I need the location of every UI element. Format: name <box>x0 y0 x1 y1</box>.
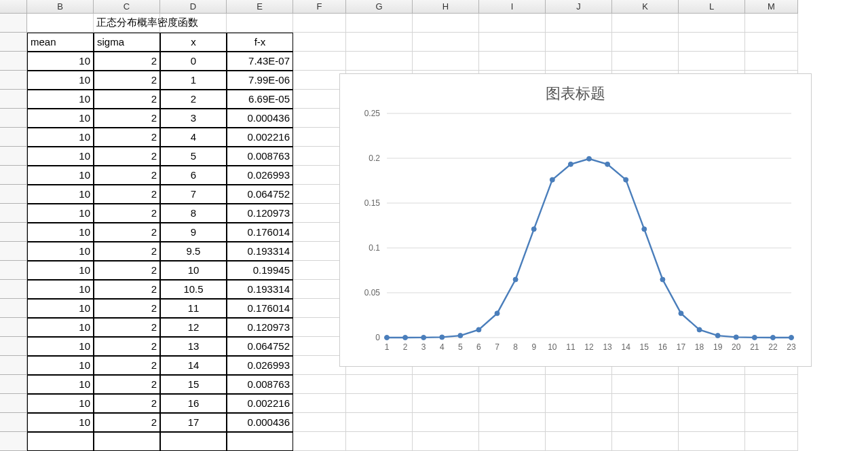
cell[interactable]: 0.008763 <box>227 147 293 166</box>
cell[interactable] <box>612 52 679 71</box>
cell[interactable] <box>413 375 479 394</box>
cell[interactable] <box>546 52 612 71</box>
cell[interactable] <box>479 33 546 52</box>
cell[interactable]: 正态分布概率密度函数 <box>94 14 160 33</box>
cell[interactable]: 2 <box>94 242 160 261</box>
col-head-E[interactable]: E <box>227 0 293 14</box>
cell[interactable] <box>346 14 413 33</box>
cell[interactable] <box>745 375 798 394</box>
cell[interactable] <box>612 33 679 52</box>
cell[interactable] <box>546 432 612 451</box>
cell[interactable]: 6.69E-05 <box>227 90 293 109</box>
cell[interactable]: 15 <box>160 375 227 394</box>
cell[interactable]: 10 <box>27 204 94 223</box>
cell[interactable]: 0.002216 <box>227 394 293 413</box>
cell[interactable] <box>612 375 679 394</box>
col-head-F[interactable]: F <box>293 0 346 14</box>
cell[interactable] <box>479 375 546 394</box>
cell[interactable]: 10 <box>27 147 94 166</box>
cell[interactable]: 4 <box>160 128 227 147</box>
cell[interactable] <box>346 394 413 413</box>
cell[interactable]: 8 <box>160 204 227 223</box>
cell[interactable]: 10 <box>27 318 94 337</box>
cell[interactable] <box>679 375 745 394</box>
cell[interactable]: 10 <box>160 261 227 280</box>
cell[interactable]: 2 <box>94 299 160 318</box>
col-head-D[interactable]: D <box>160 0 227 14</box>
cell[interactable]: 10 <box>27 71 94 90</box>
cell[interactable]: 6 <box>160 166 227 185</box>
cell[interactable]: 2 <box>94 394 160 413</box>
cell[interactable]: 12 <box>160 318 227 337</box>
cell[interactable]: 10 <box>27 52 94 71</box>
cell[interactable]: 2 <box>94 318 160 337</box>
cell[interactable] <box>479 394 546 413</box>
cell[interactable] <box>745 413 798 432</box>
cell[interactable]: 2 <box>94 413 160 432</box>
cell[interactable]: 17 <box>160 413 227 432</box>
cell[interactable]: 0.120973 <box>227 204 293 223</box>
cell[interactable]: 10.5 <box>160 280 227 299</box>
cell[interactable] <box>94 432 160 451</box>
cell[interactable] <box>346 375 413 394</box>
cell[interactable]: 10 <box>27 413 94 432</box>
cell[interactable] <box>293 261 346 280</box>
cell[interactable]: 2 <box>94 185 160 204</box>
cell[interactable] <box>293 318 346 337</box>
cell[interactable] <box>293 90 346 109</box>
cell[interactable]: 2 <box>94 223 160 242</box>
cell[interactable]: sigma <box>94 33 160 52</box>
cell[interactable]: 9.5 <box>160 242 227 261</box>
cell[interactable] <box>413 14 479 33</box>
col-head-B[interactable]: B <box>27 0 94 14</box>
cell[interactable] <box>679 33 745 52</box>
col-head-K[interactable]: K <box>612 0 679 14</box>
cell[interactable]: 2 <box>94 109 160 128</box>
cell[interactable] <box>346 413 413 432</box>
cell[interactable] <box>679 413 745 432</box>
cell[interactable]: 10 <box>27 375 94 394</box>
cell[interactable]: 10 <box>27 299 94 318</box>
cell[interactable]: 11 <box>160 299 227 318</box>
cell[interactable] <box>293 147 346 166</box>
cell[interactable] <box>413 432 479 451</box>
cell[interactable] <box>346 52 413 71</box>
cell[interactable] <box>479 14 546 33</box>
col-head-M[interactable]: M <box>745 0 798 14</box>
cell[interactable] <box>546 14 612 33</box>
cell[interactable] <box>679 52 745 71</box>
cell[interactable]: 14 <box>160 356 227 375</box>
cell[interactable] <box>745 52 798 71</box>
cell[interactable] <box>679 394 745 413</box>
cell[interactable]: 2 <box>94 90 160 109</box>
cell[interactable] <box>679 432 745 451</box>
cell[interactable] <box>293 128 346 147</box>
cell[interactable]: 0.002216 <box>227 128 293 147</box>
cell[interactable]: 9 <box>160 223 227 242</box>
col-head-J[interactable]: J <box>546 0 612 14</box>
col-head-H[interactable]: H <box>413 0 479 14</box>
cell[interactable] <box>413 413 479 432</box>
cell[interactable]: 2 <box>94 356 160 375</box>
cell[interactable]: 10 <box>27 109 94 128</box>
cell[interactable] <box>413 52 479 71</box>
cell[interactable] <box>546 33 612 52</box>
cell[interactable] <box>679 14 745 33</box>
cell[interactable] <box>546 375 612 394</box>
cell[interactable]: 0.19945 <box>227 261 293 280</box>
cell[interactable] <box>293 223 346 242</box>
cell[interactable] <box>346 432 413 451</box>
cell[interactable]: 2 <box>94 52 160 71</box>
col-head-I[interactable]: I <box>479 0 546 14</box>
cell[interactable] <box>479 432 546 451</box>
cell[interactable] <box>546 394 612 413</box>
cell[interactable]: 2 <box>94 147 160 166</box>
cell[interactable]: 2 <box>94 375 160 394</box>
cell[interactable] <box>293 185 346 204</box>
col-head-C[interactable]: C <box>94 0 160 14</box>
cell[interactable] <box>413 394 479 413</box>
cell[interactable] <box>293 375 346 394</box>
cell[interactable]: 0.176014 <box>227 299 293 318</box>
cell[interactable]: 1 <box>160 71 227 90</box>
cell[interactable]: 0.064752 <box>227 337 293 356</box>
